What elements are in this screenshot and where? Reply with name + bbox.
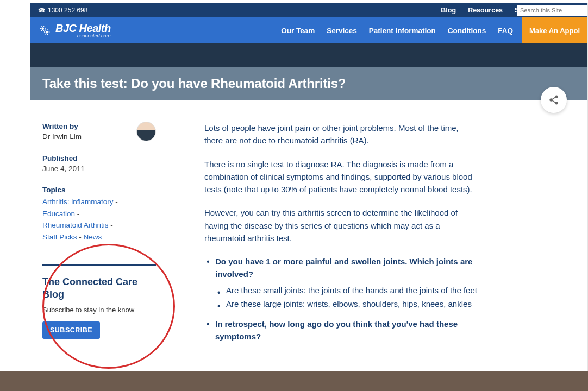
para: However, you can try this arthritis scre… <box>204 206 478 244</box>
nav-services[interactable]: Services <box>327 27 357 35</box>
svg-line-8 <box>552 100 556 103</box>
sub-question: Are these small joints: the joints of th… <box>215 284 478 297</box>
logo[interactable]: BJC Health connected care <box>38 22 111 39</box>
svg-point-5 <box>550 99 552 101</box>
nav-faq[interactable]: FAQ <box>498 27 513 35</box>
para: Lots of people have joint pain or other … <box>204 122 478 147</box>
author-name: Dr Irwin Lim <box>42 133 129 141</box>
bottom-frame-band <box>0 371 588 391</box>
share-icon <box>548 94 559 105</box>
nav-our-team[interactable]: Our Team <box>281 27 315 35</box>
title-band: Take this test: Do you have Rheumatoid A… <box>30 67 587 100</box>
subscribe-box: The Connected Care Blog Subscribe to sta… <box>42 264 156 339</box>
subscribe-title: The Connected Care Blog <box>42 276 156 300</box>
sidebar: Written by Dr Irwin Lim Published June 4… <box>42 122 178 351</box>
para: There is no single test to diagnose RA. … <box>204 158 478 196</box>
share-button[interactable] <box>541 87 567 113</box>
article-body: Lots of people have joint pain or other … <box>178 122 576 351</box>
top-link-blog[interactable]: Blog <box>441 7 456 14</box>
topic-link[interactable]: Arthritis: inflammatory <box>42 198 114 206</box>
question-item: Do you have 1 or more painful and swolle… <box>204 255 478 310</box>
logo-text: BJC Health <box>55 22 111 34</box>
phone-text: 1300 252 698 <box>48 7 87 14</box>
hero-band <box>30 43 587 67</box>
topic-link[interactable]: Education <box>42 210 75 218</box>
nav-conditions[interactable]: Conditions <box>448 27 486 35</box>
page-title: Take this test: Do you have Rheumatoid A… <box>42 76 576 91</box>
question-text: Do you have 1 or more painful and swolle… <box>215 257 472 279</box>
gear-icon <box>38 23 52 37</box>
svg-point-4 <box>555 96 558 98</box>
topics-label: Topics <box>42 186 156 194</box>
subscribe-button[interactable]: SUBSCRIBE <box>42 321 100 339</box>
svg-point-0 <box>41 27 44 30</box>
nav-patient-info[interactable]: Patient Information <box>369 27 436 35</box>
svg-point-6 <box>555 102 558 104</box>
top-link-resources[interactable]: Resources <box>468 7 503 14</box>
main-navbar: BJC Health connected care Our Team Servi… <box>30 17 587 43</box>
subscribe-desc: Subscribe to stay in the know <box>42 306 156 314</box>
avatar <box>136 122 156 141</box>
phone-number: ☎ 1300 252 698 <box>38 7 87 14</box>
make-appointment-button[interactable]: Make An Appoi <box>522 17 587 43</box>
topics-list: Arthritis: inflammatory - Education - Rh… <box>42 196 156 243</box>
phone-icon: ☎ <box>38 7 46 14</box>
logo-tagline: connected care <box>77 33 111 39</box>
published-label: Published <box>42 154 156 162</box>
topbar: ☎ 1300 252 698 Blog Resources Store Cont… <box>30 3 587 17</box>
topic-link[interactable]: Staff Picks <box>42 233 77 241</box>
svg-line-7 <box>552 97 556 99</box>
published-date: June 4, 2011 <box>42 165 156 173</box>
topic-link[interactable]: Rheumatoid Arthritis <box>42 221 109 229</box>
sub-question: Are these large joints: wrists, elbows, … <box>215 298 478 310</box>
svg-point-2 <box>46 31 48 34</box>
written-by-label: Written by <box>42 122 129 130</box>
topic-link[interactable]: News <box>84 233 102 241</box>
question-item: In retrospect, how long ago do you think… <box>204 318 478 343</box>
search-input[interactable] <box>517 5 587 16</box>
question-text: In retrospect, how long ago do you think… <box>215 319 458 341</box>
